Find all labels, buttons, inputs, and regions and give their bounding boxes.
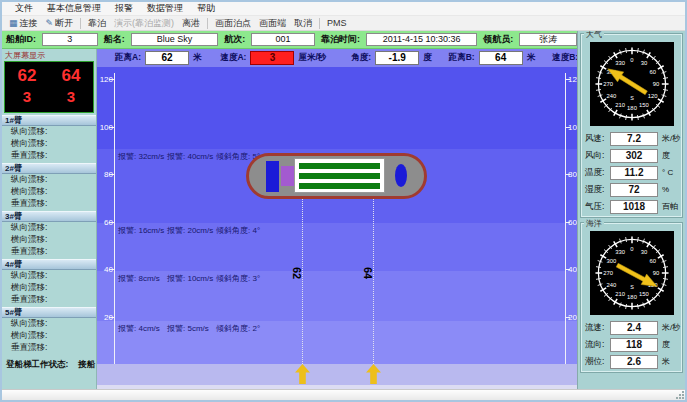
- env-value: 2.4: [610, 321, 658, 335]
- svg-text:210: 210: [615, 291, 626, 297]
- ship-superstructure: [266, 161, 279, 192]
- env-label: 潮位:: [585, 356, 610, 368]
- svg-text:240: 240: [606, 93, 617, 99]
- deck-hatch: [299, 183, 380, 189]
- deck-hatch: [299, 173, 380, 179]
- toolbar-button-label: 画面端: [259, 17, 286, 30]
- menu-bar: 文件基本信息管理报警数据管理帮助: [2, 2, 685, 15]
- sensor-line-a: [302, 199, 303, 364]
- info-field-value[interactable]: 张涛: [519, 33, 577, 46]
- toolbar-button[interactable]: 离港: [178, 17, 204, 30]
- toolbar-button-label: PMS: [327, 18, 347, 28]
- gangway-status: 登船梯工作状态: 接船: [2, 359, 96, 371]
- svg-text:330: 330: [615, 60, 626, 66]
- ship-deck: [294, 158, 385, 193]
- readout-label: 距离A:: [115, 52, 141, 64]
- svg-text:60: 60: [649, 258, 656, 264]
- y-axis-label: 20: [97, 313, 113, 322]
- env-unit: 米/秒: [662, 322, 680, 333]
- info-field-value[interactable]: 2011-4-15 10:30:36: [366, 33, 477, 46]
- berthing-chart: 距离A:62米速度A:3厘米/秒角度:-1.9度距离B:64米速度B:3厘米/秒: [97, 49, 577, 389]
- menu-item[interactable]: 文件: [8, 2, 40, 15]
- weather-groupbox: 大气 0306090120150180210240270300330S 风速:7…: [580, 33, 683, 218]
- weather-rows: 风速:7.2米/秒风向:302度温度:11.2° C湿度:72%气压:1018百…: [583, 130, 680, 215]
- sidebar-group-header: 2#臂: [2, 163, 96, 174]
- vessel-info-bar: 船舶ID:3船名:Blue Sky航次:001靠泊时间:2011-4-15 10…: [2, 31, 577, 49]
- alarm-speed-a-label: 报警: 32cm/s: [118, 151, 165, 162]
- display-title: 大屏幕显示: [2, 49, 96, 61]
- sidebar-group-header: 3#臂: [2, 211, 96, 222]
- y-axis-label: 100: [97, 123, 113, 132]
- alarm-threshold-row: 报警: 32cm/s报警: 40cm/s倾斜角度: 5°: [118, 151, 265, 162]
- toolbar-separator: [207, 18, 208, 29]
- ship: [246, 153, 427, 199]
- y-axis-right: [565, 73, 566, 364]
- info-field-label: 靠泊时间:: [321, 33, 360, 46]
- toolbar-button[interactable]: PMS: [323, 18, 351, 28]
- info-field-label: 航次:: [224, 33, 245, 46]
- info-field-value[interactable]: 3: [42, 33, 98, 46]
- sidebar-group-row: 纵向漂移:: [2, 270, 96, 282]
- sidebar-group-row: 垂直漂移:: [2, 246, 96, 258]
- ship-bow: [395, 164, 407, 187]
- readout-unit: 米: [527, 52, 536, 64]
- sidebar-group-row: 横向漂移:: [2, 282, 96, 294]
- arm-drift-groups: 1#臂纵向漂移:横向漂移:垂直漂移:2#臂纵向漂移:横向漂移:垂直漂移:3#臂纵…: [2, 115, 96, 354]
- ocean-groupbox: 海洋 0306090120150180210240270300330S 流速:2…: [580, 222, 683, 373]
- env-row: 流速:2.4米/秒: [583, 319, 680, 336]
- toolbar-button: 演示(靠泊监测): [110, 17, 178, 30]
- quay-band: [97, 364, 577, 385]
- sidebar-group-row: 纵向漂移:: [2, 126, 96, 138]
- toolbar-button[interactable]: 画面泊点: [211, 17, 255, 30]
- sensor-line-b: [373, 199, 374, 364]
- zone-band: [97, 67, 577, 149]
- svg-text:120: 120: [647, 93, 658, 99]
- toolbar-button[interactable]: ✎断开: [42, 17, 78, 30]
- svg-text:90: 90: [652, 270, 659, 276]
- resize-grip-icon[interactable]: [675, 390, 684, 399]
- menu-item[interactable]: 数据管理: [140, 2, 190, 15]
- info-field-value[interactable]: Blue Sky: [131, 33, 219, 46]
- alarm-speed-b-label: 报警: 40cm/s: [167, 151, 214, 162]
- svg-text:210: 210: [615, 102, 626, 108]
- env-row: 湿度:72%: [583, 181, 680, 198]
- toolbar-button[interactable]: 取消: [290, 17, 316, 30]
- alarm-speed-a-label: 报警: 8cm/s: [118, 273, 165, 284]
- alarm-tilt-label: 倾斜角度: 3°: [216, 273, 263, 284]
- env-unit: 度: [662, 150, 670, 161]
- menu-item[interactable]: 基本信息管理: [40, 2, 108, 15]
- sidebar-group-row: 纵向漂移:: [2, 222, 96, 234]
- toolbar-button[interactable]: 画面端: [255, 17, 290, 30]
- sidebar-group-row: 纵向漂移:: [2, 318, 96, 330]
- toolbar-button-label: 断开: [55, 17, 73, 30]
- display-speed-b: 3: [49, 87, 93, 107]
- toolbar-separator: [319, 18, 320, 29]
- svg-text:90: 90: [652, 81, 659, 87]
- connect-icon: ▦: [9, 19, 18, 28]
- env-unit: %: [662, 185, 669, 194]
- y-axis-label: 100: [568, 123, 577, 132]
- toolbar-separator: [80, 18, 81, 29]
- info-field-value[interactable]: 001: [251, 33, 315, 46]
- y-axis-label: 120: [568, 75, 577, 84]
- sidebar-group-row: 垂直漂移:: [2, 342, 96, 354]
- menu-item[interactable]: 帮助: [190, 2, 222, 15]
- sidebar-group-row: 垂直漂移:: [2, 150, 96, 162]
- toolbar-button[interactable]: 靠泊: [84, 17, 110, 30]
- svg-text:30: 30: [640, 60, 647, 66]
- env-unit: ° C: [662, 168, 673, 177]
- big-screen-display: 62 64 3 3: [4, 61, 94, 113]
- toolbar-button[interactable]: ▦连接: [5, 17, 42, 30]
- svg-text:S: S: [630, 284, 634, 290]
- display-distance-a: 62: [5, 64, 49, 87]
- toolbar-button-label: 取消: [294, 17, 312, 30]
- status-bar: [2, 389, 685, 400]
- env-unit: 百帕: [662, 201, 678, 212]
- alarm-speed-b-label: 报警: 20cm/s: [167, 225, 214, 236]
- menu-item[interactable]: 报警: [108, 2, 140, 15]
- ocean-title: 海洋: [584, 220, 604, 228]
- alarm-tilt-label: 倾斜角度: 2°: [216, 323, 263, 334]
- sidebar-group-header: 1#臂: [2, 115, 96, 126]
- env-value: 302: [610, 149, 658, 163]
- readout-unit: 度: [423, 52, 432, 64]
